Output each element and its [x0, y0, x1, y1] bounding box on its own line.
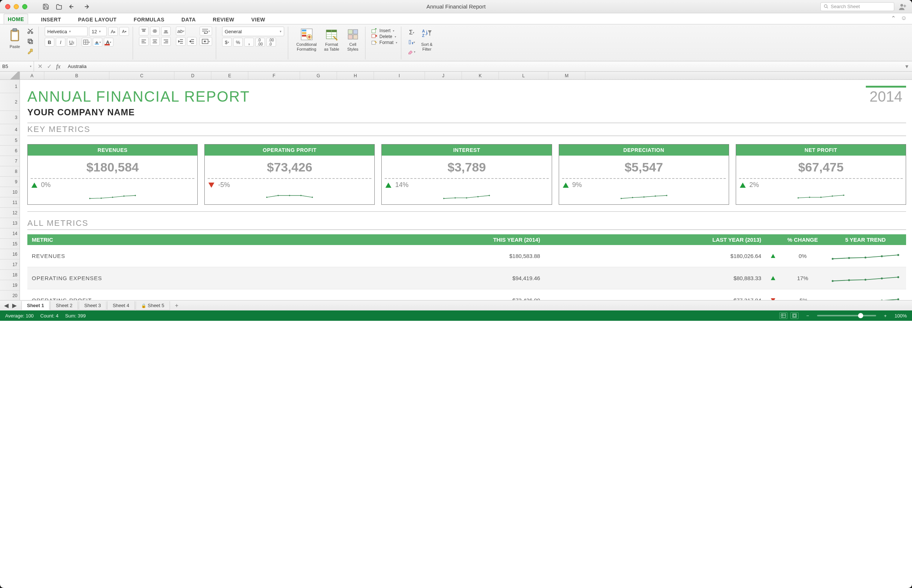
- row-header[interactable]: 17: [0, 259, 19, 270]
- sort-filter-button[interactable]: AZ Sort & Filter: [419, 27, 435, 53]
- row-header[interactable]: 1: [0, 80, 19, 93]
- add-sheet-button[interactable]: +: [171, 301, 182, 310]
- decrease-font-icon[interactable]: A▾: [119, 27, 129, 36]
- column-header[interactable]: E: [211, 72, 248, 79]
- insert-cells-button[interactable]: Insert▾: [371, 28, 394, 33]
- table-row[interactable]: OPERATING EXPENSES $94,419.46 $80,883.33…: [27, 267, 558, 289]
- italic-button[interactable]: I: [56, 38, 65, 47]
- number-format-dropdown[interactable]: General▾: [222, 27, 284, 36]
- row-header[interactable]: 10: [0, 187, 19, 197]
- open-icon[interactable]: [55, 3, 63, 10]
- column-header[interactable]: B: [44, 72, 110, 79]
- row-header[interactable]: 6: [0, 145, 19, 156]
- clear-icon[interactable]: ▾: [407, 47, 416, 56]
- font-color-button[interactable]: A▾: [104, 38, 113, 47]
- comma-icon[interactable]: ,: [244, 38, 254, 47]
- row-header[interactable]: 2: [0, 93, 19, 111]
- copy-icon[interactable]: [26, 37, 35, 46]
- percent-icon[interactable]: %: [233, 38, 243, 47]
- row-header[interactable]: 18: [0, 270, 19, 280]
- tab-insert[interactable]: INSERT: [37, 14, 65, 24]
- tab-formulas[interactable]: FORMULAS: [130, 14, 168, 24]
- column-header[interactable]: K: [462, 72, 499, 79]
- column-header[interactable]: C: [110, 72, 174, 79]
- table-row[interactable]: OPERATING PROFIT $73,426.00 $77,317.84 -…: [27, 289, 558, 300]
- column-header[interactable]: G: [300, 72, 337, 79]
- increase-font-icon[interactable]: A▴: [108, 27, 118, 36]
- font-size-dropdown[interactable]: 12▾: [89, 27, 107, 36]
- row-header[interactable]: 20: [0, 291, 19, 300]
- increase-decimal-icon[interactable]: .0.00: [255, 38, 265, 47]
- column-header[interactable]: H: [337, 72, 374, 79]
- conditional-formatting-button[interactable]: Conditional Formatting: [294, 27, 319, 53]
- redo-icon[interactable]: [82, 3, 89, 10]
- row-header[interactable]: 5: [0, 135, 19, 145]
- column-header[interactable]: F: [248, 72, 300, 79]
- font-name-dropdown[interactable]: Helvetica▾: [45, 27, 87, 36]
- sheet-nav-prev-icon[interactable]: ◀: [3, 302, 10, 309]
- row-header[interactable]: 13: [0, 218, 19, 228]
- paste-button[interactable]: Paste: [6, 27, 23, 51]
- format-as-table-button[interactable]: Format as Table: [322, 27, 341, 53]
- sheet-tab[interactable]: 🔒Sheet 5: [136, 301, 170, 310]
- merge-cells-icon[interactable]: ▾: [200, 37, 212, 46]
- borders-button[interactable]: ▾: [82, 38, 91, 47]
- row-header[interactable]: 4: [0, 124, 19, 135]
- row-header[interactable]: 8: [0, 166, 19, 177]
- cell-styles-button[interactable]: Cell Styles: [344, 27, 362, 53]
- decrease-indent-icon[interactable]: [176, 37, 186, 46]
- accept-formula-icon[interactable]: ✓: [47, 63, 52, 70]
- sheet-nav-next-icon[interactable]: ▶: [11, 302, 18, 309]
- row-header[interactable]: 11: [0, 197, 19, 208]
- tab-view[interactable]: VIEW: [247, 14, 270, 24]
- row-header[interactable]: 9: [0, 177, 19, 187]
- sheet-tab[interactable]: Sheet 4: [107, 301, 135, 310]
- maximize-button[interactable]: [22, 4, 27, 9]
- autosum-icon[interactable]: Σ▾: [407, 28, 416, 37]
- worksheet-content[interactable]: ANNUAL FINANCIAL REPORT 2014 YOUR COMPAN…: [20, 80, 558, 300]
- column-header[interactable]: L: [499, 72, 548, 79]
- align-bottom-icon[interactable]: [161, 27, 171, 36]
- underline-button[interactable]: U ▾: [67, 38, 76, 47]
- sheet-tab[interactable]: Sheet 3: [79, 301, 107, 310]
- table-row[interactable]: REVENUES $180,583.88 $180,026.64 0%: [27, 245, 558, 267]
- row-header[interactable]: 16: [0, 249, 19, 259]
- column-header[interactable]: A: [20, 72, 44, 79]
- undo-icon[interactable]: [69, 3, 76, 10]
- tab-review[interactable]: REVIEW: [209, 14, 238, 24]
- minimize-button[interactable]: [14, 4, 19, 9]
- orientation-icon[interactable]: ab▾: [176, 27, 186, 36]
- sheet-tab[interactable]: Sheet 2: [50, 301, 78, 310]
- fill-down-icon[interactable]: ▾: [407, 38, 416, 47]
- save-icon[interactable]: [42, 3, 50, 10]
- sheet-tab[interactable]: Sheet 1: [21, 301, 50, 310]
- row-header[interactable]: 15: [0, 239, 19, 249]
- name-box[interactable]: B5▾: [0, 61, 34, 71]
- select-all-corner[interactable]: [0, 72, 20, 79]
- column-header[interactable]: J: [425, 72, 462, 79]
- align-top-icon[interactable]: [139, 27, 149, 36]
- align-right-icon[interactable]: [161, 37, 171, 46]
- decrease-decimal-icon[interactable]: .00.0: [266, 38, 276, 47]
- cut-icon[interactable]: [26, 27, 35, 36]
- row-header[interactable]: 14: [0, 228, 19, 239]
- row-header[interactable]: 19: [0, 280, 19, 291]
- fill-color-button[interactable]: ▾: [93, 38, 102, 47]
- column-header[interactable]: M: [548, 72, 558, 79]
- align-center-icon[interactable]: [150, 37, 160, 46]
- format-painter-icon[interactable]: [26, 47, 35, 56]
- tab-home[interactable]: HOME: [4, 14, 28, 24]
- bold-button[interactable]: B: [45, 38, 54, 47]
- wrap-text-icon[interactable]: ▾: [200, 27, 212, 36]
- column-header[interactable]: I: [374, 72, 425, 79]
- currency-icon[interactable]: $▾: [222, 38, 232, 47]
- close-button[interactable]: [5, 4, 10, 9]
- row-header[interactable]: 12: [0, 208, 19, 218]
- column-header[interactable]: D: [174, 72, 211, 79]
- cancel-formula-icon[interactable]: ✕: [38, 63, 42, 70]
- tab-data[interactable]: DATA: [178, 14, 200, 24]
- fx-icon[interactable]: fx: [56, 63, 61, 70]
- tab-page-layout[interactable]: PAGE LAYOUT: [74, 14, 121, 24]
- align-left-icon[interactable]: [139, 37, 149, 46]
- align-middle-icon[interactable]: [150, 27, 160, 36]
